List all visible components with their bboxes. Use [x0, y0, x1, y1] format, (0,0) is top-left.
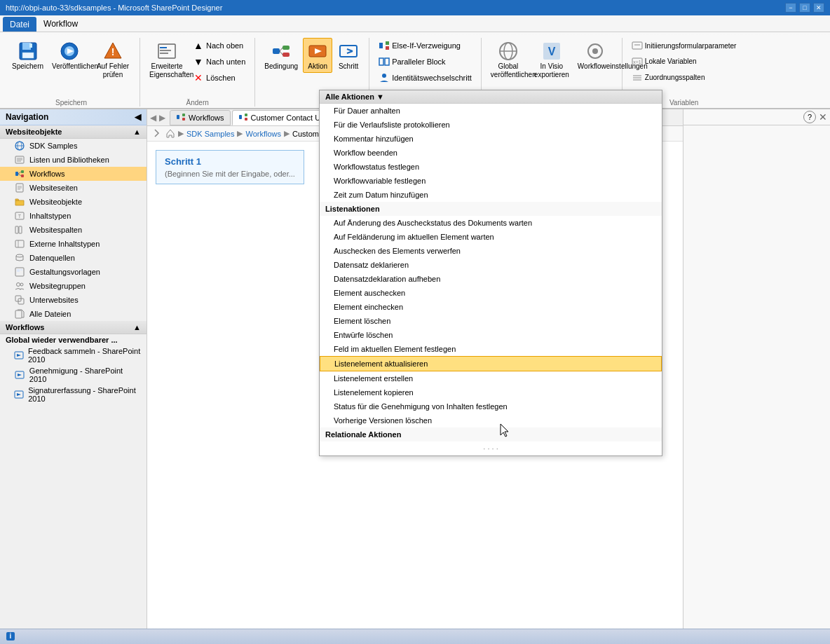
action-pause[interactable]: Für Dauer anhalten	[320, 104, 662, 118]
ribbon-mapping-button[interactable]: Zuordnungsspalten	[628, 71, 740, 85]
action-set-var[interactable]: Workflowvariable festlegen	[320, 174, 662, 188]
websiteobjekte-header[interactable]: Websiteobjekte ▲	[0, 125, 147, 139]
nav-site-columns[interactable]: Websitespalten	[0, 223, 147, 237]
ribbon-impersonate-button[interactable]: Identitätswechselschritt	[375, 71, 475, 85]
maximize-button[interactable]: □	[799, 3, 810, 13]
folder-icon	[14, 196, 25, 207]
action-delete-item[interactable]: Element löschen	[320, 314, 662, 328]
list-icon	[14, 154, 25, 165]
nav-site-groups[interactable]: Websitegruppen	[0, 279, 147, 293]
workflows-section-header[interactable]: Workflows ▲	[0, 321, 147, 334]
ribbon-wf-settings-button[interactable]: Workfloweinstellungen	[574, 38, 616, 73]
svg-text:!: !	[111, 46, 115, 57]
action-set-approval[interactable]: Status für die Genehmigung von Inhalten …	[320, 399, 662, 413]
ribbon-small-col: ▲ Nach oben ▼ Nach unten ✕ Löschen	[189, 38, 249, 85]
svg-rect-50	[15, 172, 18, 176]
close-button[interactable]: ✕	[813, 3, 824, 13]
ribbon-check-errors-button[interactable]: ! Auf Fehler prüfen	[92, 38, 134, 81]
nav-data-sources[interactable]: Datenquellen	[0, 251, 147, 265]
svg-rect-51	[21, 170, 24, 173]
ribbon-parallel-button[interactable]: Paralleler Block	[375, 55, 475, 69]
nav-subsites[interactable]: Unterwebsites	[0, 293, 147, 307]
ribbon-up-button[interactable]: ▲ Nach oben	[189, 39, 249, 53]
action-log[interactable]: Für die Verlaufsliste protokollieren	[320, 118, 662, 132]
ribbon-properties-button[interactable]: Erweiterte Eigenschaften	[146, 38, 188, 81]
action-set-field[interactable]: Feld im aktuellen Element festlegen	[320, 342, 662, 356]
action-checkout[interactable]: Element auschecken	[320, 286, 662, 300]
nav-external-types[interactable]: Externe Inhaltstypen	[0, 237, 147, 251]
action-stop[interactable]: Workflow beenden	[320, 146, 662, 160]
action-set-status[interactable]: Workflowstatus festlegen	[320, 160, 662, 174]
action-add-time[interactable]: Zeit zum Datum hinzufügen	[320, 188, 662, 202]
action-create-item[interactable]: Listenelement erstellen	[320, 371, 662, 385]
nav-site-objects[interactable]: Websiteobjekte	[0, 195, 147, 209]
tab-workflows[interactable]: Workflows	[170, 110, 231, 125]
ribbon-global-publish-button[interactable]: Global veröffentlichen	[487, 38, 529, 81]
nav-forward-icon[interactable]: ▶	[159, 113, 165, 123]
help-icon[interactable]: ?	[803, 111, 816, 123]
menu-workflow[interactable]: Workflow	[36, 15, 85, 32]
action-delete-versions[interactable]: Vorherige Versionen löschen	[320, 413, 662, 427]
svg-marker-77	[18, 374, 22, 376]
actions-dropdown-header[interactable]: Alle Aktionen ▼	[320, 90, 662, 104]
nav-global-reusable[interactable]: Global wieder verwendbarer ...	[0, 334, 147, 345]
minimize-button[interactable]: −	[785, 3, 796, 13]
nav-lists[interactable]: Listen und Bibliotheken	[0, 153, 147, 167]
global-publish-label: Global veröffentlichen	[491, 62, 526, 79]
action-wait-field[interactable]: Auf Feldänderung im aktuellen Element wa…	[320, 230, 662, 244]
action-update-item[interactable]: Listenelement aktualisieren	[320, 356, 662, 371]
ribbon-elseif-button[interactable]: Else-If-Verzweigung	[375, 39, 475, 53]
action-icon	[306, 40, 329, 62]
nav-approval-wf[interactable]: Genehmigung - SharePoint 2010	[0, 365, 147, 385]
nav-feedback-wf[interactable]: Feedback sammeln - SharePoint 2010	[0, 345, 147, 365]
page-icon	[14, 182, 25, 193]
breadcrumb-sep-3: ▶	[284, 129, 290, 138]
nav-all-files[interactable]: Alle Dateien	[0, 307, 147, 321]
ribbon-down-button[interactable]: ▼ Nach unten	[189, 55, 249, 69]
columns-icon	[14, 224, 25, 235]
action-discard-checkout[interactable]: Auschecken des Elements verwerfen	[320, 244, 662, 258]
action-undeclare-record[interactable]: Datensatzdeklaration aufheben	[320, 272, 662, 286]
elseif-icon	[379, 40, 390, 51]
ribbon-init-params-button[interactable]: Initiierungsformularparameter	[628, 39, 740, 53]
nav-collapse-icon[interactable]: ◀	[135, 112, 141, 122]
nav-pages[interactable]: Websiteseiten	[0, 181, 147, 195]
nav-workflows[interactable]: Workflows	[0, 167, 147, 181]
ribbon-delete-button[interactable]: ✕ Löschen	[189, 71, 249, 85]
check-errors-label: Auf Fehler prüfen	[95, 62, 130, 79]
close-right-panel-icon[interactable]: ✕	[819, 111, 827, 123]
ribbon-local-vars-button[interactable]: x=1 Lokale Variablen	[628, 55, 740, 69]
nav-back-icon[interactable]: ◀	[150, 113, 156, 123]
ribbon-action-button[interactable]: Aktion	[303, 38, 332, 73]
action-comment[interactable]: Kommentar hinzufügen	[320, 132, 662, 146]
nav-content-types[interactable]: T Inhaltstypen	[0, 209, 147, 223]
svg-rect-10	[160, 47, 167, 48]
ribbon-save-button[interactable]: Speichern	[8, 38, 47, 73]
global-publish-icon	[497, 40, 519, 62]
action-copy-item[interactable]: Listenelement kopieren	[320, 385, 662, 399]
ribbon-step-button[interactable]: Schritt	[334, 38, 363, 73]
menu-datei[interactable]: Datei	[3, 17, 36, 32]
svg-rect-73	[15, 310, 22, 318]
visio-label: In Visio exportieren	[534, 62, 569, 79]
action-wait-checkout[interactable]: Auf Änderung des Auscheckstatus des Doku…	[320, 216, 662, 230]
action-relational-placeholder: · · · ·	[320, 441, 662, 455]
breadcrumb-sdk[interactable]: SDK Samples	[186, 130, 234, 138]
svg-rect-2	[22, 53, 34, 58]
svg-text:V: V	[548, 46, 556, 57]
properties-icon	[156, 40, 178, 62]
ribbon-group-andern: Erweiterte Eigenschaften ▲ Nach oben ▼ N…	[140, 38, 255, 107]
nav-master-pages[interactable]: Gestaltungsvorlagen	[0, 265, 147, 279]
action-declare-record[interactable]: Datensatz deklarieren	[320, 258, 662, 272]
action-delete-drafts[interactable]: Entwürfe löschen	[320, 328, 662, 342]
ribbon-publish-button[interactable]: Veröffentlichen	[48, 38, 90, 73]
nav-signature-wf[interactable]: Signaturerfassung - SharePoint 2010	[0, 385, 147, 404]
nav-sdk-samples[interactable]: SDK Samples	[0, 139, 147, 153]
svg-rect-14	[283, 46, 290, 50]
ribbon-visio-button[interactable]: V In Visio exportieren	[531, 38, 573, 81]
right-panel-header: ? ✕	[683, 109, 830, 125]
action-checkin[interactable]: Element einchecken	[320, 300, 662, 314]
breadcrumb-workflows[interactable]: Workflows	[245, 130, 281, 138]
ribbon-condition-button[interactable]: Bedingung	[261, 38, 301, 73]
svg-rect-11	[160, 50, 171, 51]
